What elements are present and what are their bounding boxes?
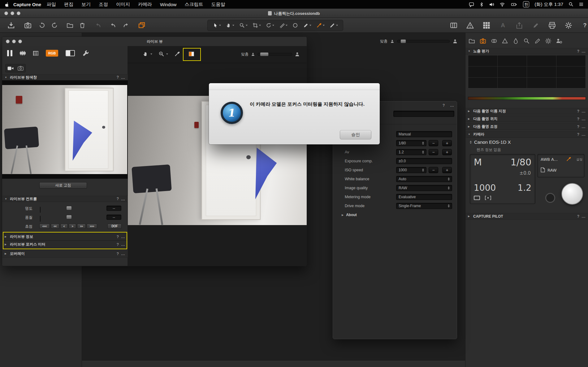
disclosure-icon[interactable]: ▼ [468, 133, 471, 136]
menu-window[interactable]: Window [160, 2, 176, 7]
apple-menu-icon[interactable] [4, 2, 10, 7]
help-icon[interactable]: ? [117, 75, 119, 79]
white-balance-select[interactable]: Auto [396, 176, 452, 182]
exposure-warning-icon[interactable] [66, 50, 75, 56]
annotate-tool[interactable] [327, 20, 340, 31]
help-icon[interactable]: ? [117, 242, 119, 247]
minimize-button[interactable] [12, 40, 16, 43]
viewer-layout-icon[interactable] [447, 19, 460, 32]
section-camera[interactable]: ▼ 카메라 ? … [465, 131, 588, 138]
menu-camera[interactable]: 카메라 [138, 2, 152, 7]
more-icon[interactable]: … [450, 103, 454, 108]
increment-button[interactable]: + [442, 167, 452, 173]
stepper-arrows-icon[interactable] [422, 169, 424, 172]
zoom-slider-handle[interactable] [260, 52, 269, 56]
chevron-down-icon[interactable] [232, 25, 234, 26]
stepper-arrows-icon[interactable] [422, 142, 424, 145]
batch-tab-icon[interactable] [556, 38, 562, 44]
battery-icon[interactable] [510, 2, 518, 7]
pan-tool[interactable] [223, 20, 237, 31]
chevron-down-icon[interactable] [272, 25, 274, 26]
chevron-down-icon[interactable] [259, 25, 261, 26]
about-disclosure[interactable]: ▶ About [342, 213, 357, 217]
iso-stepper[interactable]: 1000 [396, 167, 426, 173]
close-button[interactable] [6, 40, 10, 43]
grid-icon[interactable] [33, 51, 38, 56]
help-icon[interactable]: ? [577, 125, 579, 129]
reset-adjustments-icon[interactable] [92, 19, 105, 32]
volume-icon[interactable] [489, 2, 494, 7]
filmstrip-icon[interactable] [20, 51, 26, 55]
chevron-down-icon[interactable] [323, 25, 325, 26]
print-icon[interactable] [546, 19, 558, 32]
chevron-down-icon[interactable] [336, 25, 338, 26]
copy-adjustments-button[interactable] [136, 19, 148, 32]
details-tab-icon[interactable] [523, 38, 530, 44]
undo-button[interactable] [107, 19, 119, 32]
wb-picker-icon[interactable] [566, 156, 571, 162]
help-icon[interactable]: ? [577, 214, 579, 219]
live-view-zoom-slider[interactable] [257, 53, 292, 56]
exposure-tab-icon[interactable] [512, 38, 519, 44]
select-arrows-icon[interactable] [448, 186, 450, 190]
rgb-readout-button[interactable]: RGB [46, 50, 58, 57]
disclosure-icon[interactable]: ▼ [5, 198, 8, 200]
disclosure-icon[interactable]: ▼ [468, 50, 471, 53]
rotate-tool[interactable] [263, 20, 277, 31]
menu-adjust[interactable]: 조정 [99, 2, 108, 7]
focus-near-2-button[interactable]: >> [77, 224, 86, 229]
straighten-tool[interactable] [277, 20, 290, 31]
help-icon[interactable]: ? [577, 117, 579, 121]
help-icon[interactable]: ? [577, 109, 579, 113]
drive-mode-select[interactable]: Single-Frame [396, 203, 452, 209]
quality-slider[interactable] [40, 216, 41, 222]
capture-name-input[interactable] [393, 111, 454, 117]
section-live-view-info[interactable]: ▶ 라이브뷰 정보 ? … [2, 233, 128, 241]
chevron-down-icon[interactable] [219, 25, 221, 26]
section-live-view-focus-meter[interactable]: ▶ 라이브뷰 포커스 미터 ? … [2, 241, 128, 248]
more-icon[interactable]: … [582, 49, 586, 53]
wifi-icon[interactable] [499, 2, 505, 7]
spotlight-icon[interactable] [569, 2, 573, 7]
menu-edit[interactable]: 편집 [64, 2, 73, 7]
chevron-down-icon[interactable] [309, 25, 311, 26]
picker-tool[interactable] [174, 51, 180, 57]
messages-icon[interactable] [469, 2, 474, 7]
focus-near-3-button[interactable]: >>> [87, 224, 97, 229]
zoom-slider-handle[interactable] [400, 39, 406, 43]
decrement-button[interactable]: − [429, 167, 438, 173]
camera-model-row[interactable]: Canon EOS-1D X [470, 139, 511, 145]
help-icon[interactable]: ? [443, 103, 445, 108]
help-icon[interactable]: ? [117, 252, 119, 256]
capture-button[interactable] [22, 19, 34, 32]
aperture-stepper[interactable]: 1.2 [396, 149, 426, 155]
focus-meter-toggle-icon[interactable] [189, 52, 194, 56]
select-arrows-icon[interactable] [448, 204, 450, 207]
section-live-view-controls[interactable]: ▼ 라이브뷰 컨트롤 ? … [2, 196, 128, 202]
more-icon[interactable]: … [121, 234, 125, 239]
redo-rotate-icon[interactable] [48, 19, 61, 32]
notification-list-icon[interactable] [579, 2, 584, 7]
refresh-button[interactable]: 새로 고침 [39, 182, 87, 189]
section-next-capture-location[interactable]: ▶ 다음 촬영 위치 ? … [465, 116, 588, 122]
pick-color-tool[interactable] [314, 20, 327, 31]
disclosure-icon[interactable]: ▶ [468, 117, 471, 120]
menu-file[interactable]: 파일 [47, 2, 56, 7]
disclosure-icon[interactable]: ▶ [5, 252, 8, 255]
menu-scripts[interactable]: 스크립트 [184, 2, 203, 7]
input-source-badge[interactable]: 한 [523, 1, 529, 7]
confirm-button[interactable]: 승인 [340, 130, 371, 139]
viewer-zoom-slider[interactable] [397, 40, 450, 43]
spot-tool[interactable] [290, 20, 300, 31]
app-menu[interactable]: Capture One [13, 2, 41, 7]
disclosure-icon[interactable]: ▶ [468, 215, 471, 218]
zoom-tool[interactable] [158, 51, 164, 57]
more-icon[interactable]: … [582, 214, 586, 219]
more-icon[interactable]: … [121, 75, 125, 80]
disclosure-icon[interactable]: ▶ [5, 235, 8, 238]
wb-settings-label[interactable]: 설정 [576, 157, 582, 162]
metering-mode-field[interactable]: Evaluative [396, 194, 452, 200]
gear-tab-icon[interactable] [545, 38, 551, 44]
brightness-slider-handle[interactable] [66, 206, 72, 210]
menu-image[interactable]: 이미지 [116, 2, 130, 7]
